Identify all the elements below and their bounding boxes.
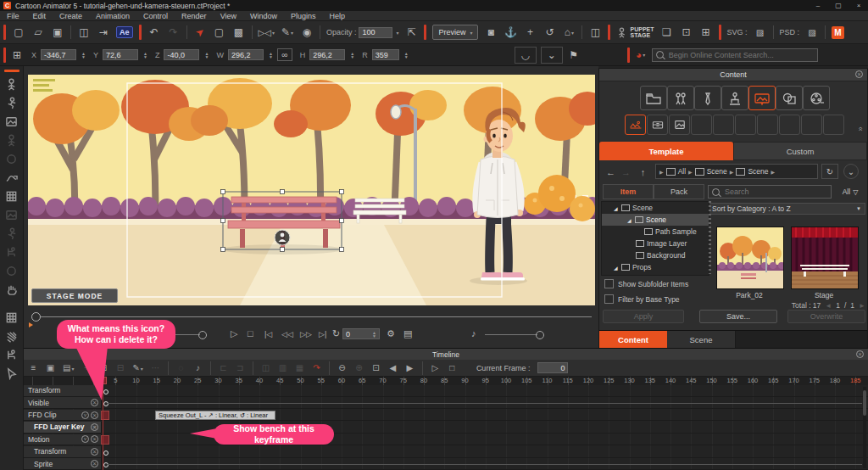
- track-row-ffd-clip[interactable]: FFD Clip v × Squeeze Out_L - ↗ : Linear,…: [24, 410, 868, 422]
- content-panel-header[interactable]: Content: [599, 69, 867, 81]
- tree-item-image-layer[interactable]: Image Layer: [602, 238, 709, 249]
- page-next-icon[interactable]: ►: [859, 302, 865, 310]
- remove-track-icon[interactable]: ×: [91, 423, 98, 431]
- track-row-transform[interactable]: Transform: [24, 385, 868, 397]
- expand-track-icon[interactable]: v: [81, 411, 89, 419]
- menu-window[interactable]: Window: [243, 12, 284, 20]
- undo-icon[interactable]: ↶: [147, 25, 161, 40]
- x-spinner[interactable]: ▲▼: [81, 52, 86, 59]
- category-wardrobe[interactable]: [694, 86, 721, 110]
- rotate-tool-icon[interactable]: ↺: [542, 25, 556, 40]
- path-tool-icon[interactable]: [5, 171, 18, 184]
- opacity-caret-icon[interactable]: ▾: [396, 30, 398, 36]
- split-clip-icon[interactable]: ◫: [261, 363, 270, 372]
- keyframe-icon[interactable]: [103, 450, 108, 456]
- motion-tool-icon[interactable]: [5, 134, 18, 147]
- sort-dropdown[interactable]: Sort by Category : A to Z ▼: [708, 203, 865, 215]
- keyframe-icon[interactable]: [103, 462, 108, 467]
- layer-tool-icon[interactable]: ▩: [232, 25, 246, 40]
- category-media[interactable]: [803, 86, 830, 110]
- h-spinner[interactable]: ▲▼: [350, 52, 354, 59]
- y-field[interactable]: 72,6: [103, 49, 138, 60]
- face-tool-icon[interactable]: [5, 153, 18, 165]
- merge-clip-icon[interactable]: ▥: [278, 363, 287, 372]
- prop-chair-icon[interactable]: [5, 349, 18, 361]
- filter-base-checkbox[interactable]: Filter by Base Type: [604, 294, 680, 304]
- tree-scrollbar[interactable]: [709, 201, 711, 274]
- puppet-stage-button[interactable]: PUPPETSTAGE: [616, 26, 654, 38]
- scene-manager-icon[interactable]: ◫: [77, 25, 91, 40]
- category-folder[interactable]: [640, 86, 667, 110]
- menu-animation[interactable]: Animation: [89, 12, 136, 20]
- tab-content[interactable]: Content: [599, 331, 667, 349]
- breadcrumb-all[interactable]: All: [678, 167, 686, 176]
- track-row-sprite[interactable]: Sprite ×: [24, 458, 868, 470]
- marketplace-icon[interactable]: M: [832, 26, 844, 39]
- home-view-icon[interactable]: ⌂▾: [562, 25, 576, 40]
- content-search-box[interactable]: [708, 185, 832, 199]
- play-button[interactable]: ▷: [231, 327, 237, 339]
- link-wh-icon[interactable]: ∞: [277, 48, 292, 61]
- timeline-scrollbar[interactable]: [863, 387, 866, 468]
- opacity-field[interactable]: 100: [359, 27, 392, 38]
- body-pose-tool-icon[interactable]: [5, 97, 18, 109]
- tab-scene[interactable]: Scene: [667, 331, 736, 349]
- menu-render[interactable]: Render: [175, 12, 214, 20]
- anchor-icon[interactable]: ⚓: [504, 25, 517, 40]
- stage-canvas[interactable]: [28, 75, 595, 305]
- checkbox-icon[interactable]: [604, 294, 614, 304]
- collect-clip-icon[interactable]: ❏: [660, 25, 674, 40]
- timeline-close-icon[interactable]: ×: [856, 350, 864, 358]
- timeline-header[interactable]: Timeline: [24, 349, 868, 361]
- category-scene[interactable]: [748, 86, 776, 110]
- curve-editor-icon[interactable]: ⌄: [541, 47, 563, 64]
- breadcrumb-scene-2[interactable]: Scene: [748, 167, 768, 176]
- tab-item[interactable]: Item: [603, 184, 654, 199]
- frame-counter-field[interactable]: 0▲▼: [342, 328, 380, 339]
- apply-button[interactable]: Apply: [603, 310, 684, 323]
- object-related-tracks-icon[interactable]: ▣: [46, 363, 55, 372]
- breadcrumb-scene[interactable]: Scene: [707, 167, 727, 176]
- breadcrumb[interactable]: ▶ All ▶ Scene ▶ Scene ▶: [655, 164, 818, 179]
- w-field[interactable]: 296,2: [228, 49, 264, 60]
- link-tool-icon[interactable]: ✎▾: [281, 25, 294, 40]
- category-effects[interactable]: [776, 86, 803, 110]
- layer-manager-icon[interactable]: [5, 209, 18, 221]
- save-project-icon[interactable]: ▣: [51, 25, 64, 40]
- audio-icon[interactable]: ♪: [471, 327, 476, 339]
- sit-pose-icon[interactable]: [5, 246, 18, 259]
- subcategory-props[interactable]: [647, 115, 668, 135]
- menu-plugins[interactable]: Plugins: [284, 12, 323, 20]
- expand-track-icon[interactable]: v: [81, 435, 89, 443]
- r-field[interactable]: 359: [372, 49, 399, 60]
- online-search-input[interactable]: [667, 50, 814, 60]
- z-field[interactable]: -40,0: [164, 49, 199, 60]
- twisty-icon[interactable]: ◢: [614, 265, 619, 271]
- tree-item-background[interactable]: Background: [602, 249, 709, 261]
- grid-snap-icon[interactable]: ⊞: [10, 48, 24, 63]
- export-icon[interactable]: ⇥: [97, 25, 110, 40]
- fit-timeline-icon[interactable]: ⊡: [371, 363, 381, 372]
- twisty-icon[interactable]: ◢: [627, 217, 632, 223]
- stage-scrub-knob[interactable]: [31, 312, 41, 322]
- timeline-tracks[interactable]: Transform Visible × FFD Clip v ×: [24, 385, 868, 470]
- tree-item-path-sample[interactable]: Path Sample: [602, 226, 709, 238]
- tab-custom[interactable]: Custom: [733, 142, 867, 160]
- menu-view[interactable]: View: [214, 12, 243, 20]
- category-actor[interactable]: [667, 86, 694, 110]
- import-stage-icon[interactable]: ⇱: [404, 25, 418, 40]
- content-search-input[interactable]: [723, 187, 827, 197]
- y-spinner[interactable]: ▲▼: [143, 52, 147, 59]
- loop-button[interactable]: ↻: [332, 327, 340, 339]
- twisty-icon[interactable]: ◢: [614, 205, 619, 211]
- remove-track-icon[interactable]: ×: [91, 411, 98, 419]
- panel-more-icon[interactable]: ⌄: [843, 164, 859, 179]
- online-search-box[interactable]: [652, 48, 818, 62]
- timeline-stop-icon[interactable]: □: [448, 363, 457, 372]
- subcategory-scene[interactable]: [625, 115, 646, 135]
- fullscreen-icon[interactable]: ⊡: [680, 25, 693, 40]
- redo-icon[interactable]: ↷: [167, 25, 181, 40]
- next-frame-button[interactable]: ▷▷: [300, 328, 312, 340]
- volume-slider-track[interactable]: [485, 334, 537, 335]
- thumbnail-park[interactable]: [716, 227, 784, 289]
